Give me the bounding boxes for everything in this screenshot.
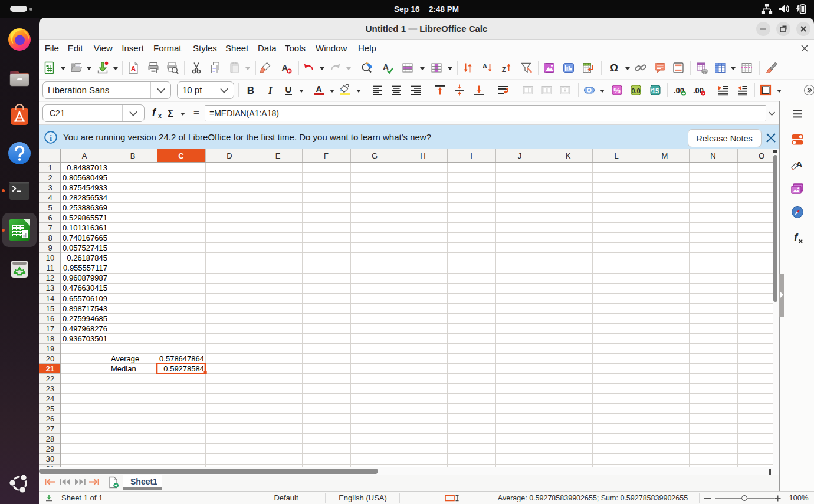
svg-text:6: 6	[48, 213, 52, 222]
svg-text:10: 10	[46, 253, 54, 262]
svg-text:0.057527415: 0.057527415	[63, 243, 107, 252]
svg-text:0.0: 0.0	[631, 87, 640, 94]
svg-text:0.476630415: 0.476630415	[63, 284, 107, 292]
svg-text:L: L	[614, 151, 618, 160]
svg-text:M: M	[662, 151, 668, 160]
svg-text:0.101316361: 0.101316361	[63, 223, 107, 232]
svg-text:25: 25	[46, 404, 54, 413]
svg-text:0.936703501: 0.936703501	[63, 334, 107, 343]
svg-text:17: 17	[46, 324, 54, 333]
svg-text:8: 8	[48, 233, 52, 242]
svg-text:%: %	[613, 86, 621, 95]
svg-text:A: A	[131, 65, 136, 72]
svg-text:20: 20	[46, 354, 54, 363]
svg-text:E: E	[275, 151, 281, 160]
svg-text:29: 29	[46, 444, 54, 453]
svg-text:27: 27	[46, 424, 54, 433]
svg-text:Ω: Ω	[610, 62, 618, 74]
svg-text:C: C	[178, 151, 184, 160]
svg-text:7: 7	[48, 223, 52, 232]
svg-text:13: 13	[46, 284, 54, 292]
svg-text:A: A	[796, 159, 803, 169]
svg-text:0.26187845: 0.26187845	[67, 253, 107, 262]
svg-text:5: 5	[48, 203, 52, 212]
svg-text:Median: Median	[111, 364, 136, 373]
svg-text:G: G	[372, 151, 378, 160]
svg-text:0.875454933: 0.875454933	[63, 183, 107, 192]
svg-text:A: A	[483, 62, 487, 70]
svg-text:0.655706109: 0.655706109	[63, 294, 107, 303]
svg-text:U: U	[285, 84, 292, 94]
svg-text:18: 18	[46, 334, 54, 343]
svg-text:0.529865571: 0.529865571	[63, 213, 107, 222]
svg-text:i: i	[50, 133, 52, 143]
svg-text:19: 19	[46, 344, 54, 353]
svg-text:O: O	[759, 151, 764, 160]
svg-text:4: 4	[48, 193, 52, 202]
svg-text:A: A	[316, 84, 321, 94]
svg-text:J: J	[518, 151, 522, 160]
svg-text:2: 2	[48, 173, 52, 182]
svg-text:1: 1	[48, 163, 52, 172]
svg-text:K: K	[566, 151, 571, 160]
svg-text:0.740167665: 0.740167665	[63, 233, 107, 242]
svg-text:0.805680495: 0.805680495	[63, 173, 107, 182]
svg-text:14: 14	[46, 294, 54, 303]
svg-text:23: 23	[46, 384, 54, 393]
svg-text:21: 21	[46, 364, 54, 373]
svg-text:11: 11	[46, 263, 54, 272]
svg-text:B: B	[130, 151, 136, 160]
svg-text:22: 22	[46, 374, 54, 383]
svg-text:0.955557117: 0.955557117	[63, 263, 107, 272]
svg-text:3: 3	[48, 183, 52, 192]
svg-text:0.282856534: 0.282856534	[63, 193, 107, 202]
svg-text:Z: Z	[502, 66, 506, 73]
svg-text:16: 16	[46, 314, 54, 323]
svg-text:0.84887013: 0.84887013	[67, 163, 107, 172]
svg-text:28: 28	[46, 434, 54, 443]
svg-text:30: 30	[46, 454, 54, 463]
svg-text:0.960879987: 0.960879987	[63, 274, 107, 282]
svg-text:0.59278584: 0.59278584	[163, 364, 204, 373]
svg-text:26: 26	[46, 414, 54, 423]
svg-text:D: D	[227, 151, 232, 160]
svg-text:I: I	[470, 151, 472, 160]
svg-text:H: H	[420, 151, 425, 160]
svg-text:0.275994685: 0.275994685	[63, 314, 107, 323]
svg-text:f: f	[794, 232, 799, 243]
svg-text:0.497968276: 0.497968276	[63, 324, 107, 333]
svg-text:N: N	[710, 151, 715, 160]
svg-text:9: 9	[48, 243, 52, 252]
svg-text:0.578647864: 0.578647864	[159, 354, 204, 363]
svg-text:0.898717543: 0.898717543	[63, 304, 107, 313]
svg-text:0.253886369: 0.253886369	[63, 203, 107, 212]
svg-text:I: I	[268, 85, 273, 96]
svg-text:A: A	[82, 151, 87, 160]
svg-text:B: B	[247, 85, 254, 96]
svg-text:F: F	[324, 151, 329, 160]
svg-text:12: 12	[46, 274, 54, 282]
svg-text:15: 15	[46, 304, 54, 313]
svg-text:15: 15	[652, 87, 659, 94]
svg-text:24: 24	[46, 394, 54, 403]
svg-text:Average: Average	[111, 354, 139, 363]
